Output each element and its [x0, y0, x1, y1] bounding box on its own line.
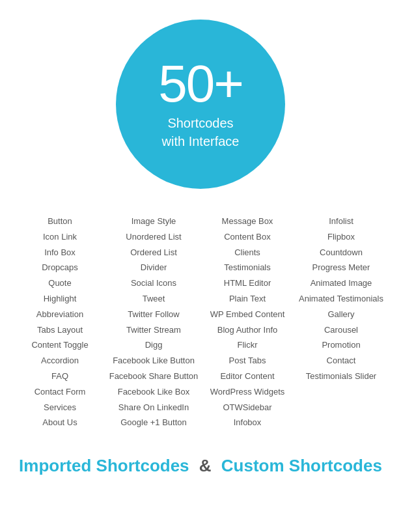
- circle-text: Shortcodes with Interface: [162, 114, 240, 150]
- footer-tagline: Imported Shortcodes & Custom Shortcodes: [6, 456, 395, 476]
- shortcode-item: Facebook Like Button: [113, 354, 195, 368]
- shortcode-item: Infobox: [234, 416, 262, 430]
- shortcode-item: Gallery: [327, 308, 354, 322]
- shortcode-item: Message Box: [222, 215, 273, 229]
- shortcode-item: Promotion: [322, 339, 360, 352]
- shortcode-item: Carousel: [324, 324, 358, 337]
- shortcode-item: Animated Testimonials: [299, 292, 383, 306]
- shortcode-item: Abbreviation: [36, 308, 83, 322]
- shortcode-circle: 50+ Shortcodes with Interface: [116, 20, 285, 189]
- shortcode-item: Clients: [234, 246, 260, 260]
- shortcode-item: Social Icons: [131, 277, 176, 290]
- shortcode-item: Highlight: [44, 292, 77, 306]
- shortcode-item: Digg: [145, 339, 163, 352]
- shortcode-item: Share On LinkedIn: [118, 401, 189, 415]
- shortcode-item: Blog Author Info: [217, 324, 278, 337]
- shortcode-item: Unordered List: [126, 231, 181, 244]
- shortcode-item: Flipbox: [327, 231, 355, 244]
- shortcode-item: Plain Text: [229, 292, 266, 306]
- shortcode-item: FAQ: [51, 370, 68, 384]
- shortcode-item: Twitter Follow: [128, 308, 179, 322]
- shortcode-item: Info Box: [44, 246, 76, 260]
- shortcode-item: Accordion: [41, 354, 79, 368]
- shortcode-item: Contact: [327, 354, 356, 368]
- column-2: Image StyleUnordered ListOrdered ListDiv…: [107, 215, 200, 430]
- shortcode-item: Twitter Stream: [126, 324, 181, 337]
- shortcode-item: Icon Link: [43, 231, 77, 244]
- shortcode-item: Ordered List: [130, 246, 177, 260]
- shortcode-item: Services: [44, 401, 76, 415]
- circle-number: 50+: [158, 58, 243, 110]
- shortcode-item: Content Toggle: [31, 339, 88, 352]
- shortcode-item: Image Style: [131, 215, 176, 229]
- shortcode-item: Content Box: [224, 231, 271, 244]
- shortcode-item: Button: [48, 215, 72, 229]
- column-1: ButtonIcon LinkInfo BoxDropcapsQuoteHigh…: [13, 215, 107, 430]
- shortcode-item: OTWSidebar: [223, 401, 271, 415]
- shortcode-item: Google +1 Button: [120, 416, 187, 430]
- column-4: InfolistFlipboxCountdownProgress MeterAn…: [294, 215, 388, 430]
- shortcode-item: Dropcaps: [42, 261, 78, 275]
- footer-ampersand: &: [199, 456, 212, 475]
- hero-circle: 50+ Shortcodes with Interface: [116, 20, 285, 189]
- shortcode-item: Post Tabs: [229, 354, 266, 368]
- shortcode-item: Tabs Layout: [37, 324, 83, 337]
- column-3: Message BoxContent BoxClientsTestimonial…: [200, 215, 294, 430]
- shortcode-item: Quote: [48, 277, 71, 290]
- shortcode-item: Testimonials Slider: [306, 370, 376, 384]
- shortcode-item: Progress Meter: [312, 261, 370, 275]
- shortcode-item: Flickr: [237, 339, 257, 352]
- shortcode-item: Animated Image: [311, 277, 372, 290]
- shortcode-item: Testimonials: [224, 261, 271, 275]
- shortcode-columns: ButtonIcon LinkInfo BoxDropcapsQuoteHigh…: [0, 215, 401, 430]
- shortcode-item: Infolist: [329, 215, 353, 229]
- shortcode-item: Facebook Like Box: [118, 385, 190, 399]
- footer-custom-text: Custom Shortcodes: [221, 456, 382, 475]
- shortcode-item: About Us: [42, 416, 77, 430]
- shortcode-item: Divider: [141, 261, 167, 275]
- shortcode-item: Editor Content: [220, 370, 274, 384]
- shortcode-item: WordPress Widgets: [210, 385, 285, 399]
- shortcode-item: Tweet: [143, 292, 165, 306]
- footer-imported-text: Imported Shortcodes: [19, 456, 189, 475]
- shortcode-item: WP Embed Content: [210, 308, 285, 322]
- shortcode-item: Contact Form: [35, 385, 86, 399]
- shortcode-item: HTML Editor: [224, 277, 271, 290]
- shortcode-item: Countdown: [320, 246, 363, 260]
- shortcode-item: Facebook Share Button: [109, 370, 199, 384]
